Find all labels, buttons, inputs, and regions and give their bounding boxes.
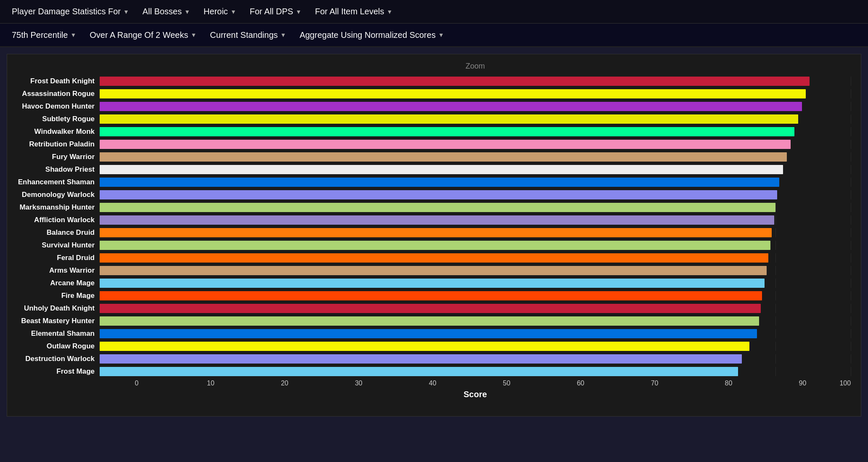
table-row: Affliction Warlock	[7, 214, 851, 226]
percentile-caret: ▼	[70, 32, 76, 38]
bar-fill	[100, 215, 774, 225]
bar-track	[100, 165, 851, 174]
bar-track	[100, 114, 851, 124]
table-row: Assassination Rogue	[7, 88, 851, 100]
range-filter-label: Over A Range Of 2 Weeks	[90, 30, 188, 40]
bar-label: Havoc Demon Hunter	[7, 102, 100, 111]
boss-filter-caret: ▼	[184, 8, 190, 15]
table-row: Fury Warrior	[7, 151, 851, 163]
bar-fill	[100, 228, 772, 237]
bar-fill	[100, 253, 768, 263]
aggregate-filter-btn[interactable]: Aggregate Using Normalized Scores ▼	[294, 28, 449, 42]
aggregate-filter-label: Aggregate Using Normalized Scores	[299, 30, 436, 40]
table-row: Shadow Priest	[7, 163, 851, 176]
bar-track	[100, 152, 851, 162]
bar-label: Elemental Shaman	[7, 329, 100, 338]
bar-label: Affliction Warlock	[7, 216, 100, 224]
bar-label: Balance Druid	[7, 228, 100, 237]
chart-area: Frost Death KnightAssassination RogueHav…	[7, 75, 851, 378]
percentile-filter-btn[interactable]: 75th Percentile ▼	[7, 28, 81, 42]
bar-fill	[100, 354, 742, 364]
bar-label: Frost Mage	[7, 367, 100, 376]
bar-label: Outlaw Rogue	[7, 342, 100, 350]
table-row: Unholy Death Knight	[7, 302, 851, 315]
role-filter-btn[interactable]: For All DPS ▼	[245, 4, 307, 19]
bar-track	[100, 291, 851, 300]
bar-track	[100, 102, 851, 111]
table-row: Outlaw Rogue	[7, 340, 851, 353]
table-row: Feral Druid	[7, 252, 851, 264]
bar-fill	[100, 316, 759, 326]
aggregate-caret: ▼	[438, 32, 444, 38]
table-row: Beast Mastery Hunter	[7, 315, 851, 327]
stat-filter-btn[interactable]: Player Damage Statistics For ▼	[7, 4, 134, 19]
bar-label: Retribution Paladin	[7, 140, 100, 149]
x-axis-label: Score	[100, 390, 851, 399]
table-row: Balance Druid	[7, 226, 851, 239]
x-tick: 20	[248, 380, 322, 387]
role-filter-label: For All DPS	[250, 7, 293, 16]
bar-track	[100, 316, 851, 326]
bar-track	[100, 140, 851, 149]
range-filter-btn[interactable]: Over A Range Of 2 Weeks ▼	[85, 28, 201, 42]
table-row: Windwalker Monk	[7, 125, 851, 138]
bar-fill	[100, 140, 791, 149]
x-axis: 0102030405060708090100	[100, 380, 851, 387]
bar-label: Enhancement Shaman	[7, 178, 100, 186]
top-bar: Player Damage Statistics For ▼ All Bosse…	[0, 0, 868, 24]
bar-track	[100, 241, 851, 250]
bar-label: Fury Warrior	[7, 153, 100, 161]
table-row: Demonology Warlock	[7, 189, 851, 201]
table-row: Arcane Mage	[7, 277, 851, 289]
bar-track	[100, 203, 851, 212]
bar-fill	[100, 241, 770, 250]
second-bar: 75th Percentile ▼ Over A Range Of 2 Week…	[0, 24, 868, 47]
x-tick: 70	[618, 380, 692, 387]
bar-label: Survival Hunter	[7, 241, 100, 250]
bar-track	[100, 367, 851, 376]
table-row: Frost Death Knight	[7, 75, 851, 88]
boss-filter-btn[interactable]: All Bosses ▼	[138, 4, 195, 19]
bar-track	[100, 342, 851, 351]
bar-track	[100, 253, 851, 263]
table-row: Destruction Warlock	[7, 353, 851, 365]
percentile-filter-label: 75th Percentile	[12, 30, 68, 40]
x-tick: 90	[765, 380, 839, 387]
ilvl-filter-label: For All Item Levels	[315, 7, 384, 16]
table-row: Retribution Paladin	[7, 138, 851, 151]
bar-fill	[100, 89, 806, 98]
table-row: Marksmanship Hunter	[7, 201, 851, 214]
bar-track	[100, 354, 851, 364]
bar-label: Beast Mastery Hunter	[7, 317, 100, 325]
bar-track	[100, 127, 851, 136]
bar-fill	[100, 190, 777, 199]
table-row: Fire Mage	[7, 289, 851, 302]
bar-label: Feral Druid	[7, 254, 100, 262]
bar-fill	[100, 342, 749, 351]
table-row: Subtlety Rogue	[7, 113, 851, 125]
difficulty-filter-btn[interactable]: Heroic ▼	[198, 4, 241, 19]
bar-track	[100, 279, 851, 288]
x-tick: 30	[322, 380, 396, 387]
zoom-label: Zoom	[7, 59, 851, 75]
bar-label: Shadow Priest	[7, 165, 100, 174]
x-tick: 80	[692, 380, 766, 387]
bar-fill	[100, 127, 794, 136]
bar-fill	[100, 152, 787, 162]
table-row: Elemental Shaman	[7, 327, 851, 340]
role-filter-caret: ▼	[296, 8, 302, 15]
bar-track	[100, 266, 851, 275]
bar-label: Unholy Death Knight	[7, 304, 100, 313]
bar-fill	[100, 102, 802, 111]
bar-track	[100, 178, 851, 187]
bar-label: Fire Mage	[7, 292, 100, 300]
table-row: Arms Warrior	[7, 264, 851, 277]
standings-filter-btn[interactable]: Current Standings ▼	[205, 28, 291, 42]
bar-label: Demonology Warlock	[7, 191, 100, 199]
ilvl-filter-btn[interactable]: For All Item Levels ▼	[310, 4, 397, 19]
standings-caret: ▼	[281, 32, 286, 38]
difficulty-filter-caret: ▼	[230, 8, 236, 15]
bar-track	[100, 304, 851, 313]
table-row: Enhancement Shaman	[7, 176, 851, 189]
bar-fill	[100, 266, 767, 275]
